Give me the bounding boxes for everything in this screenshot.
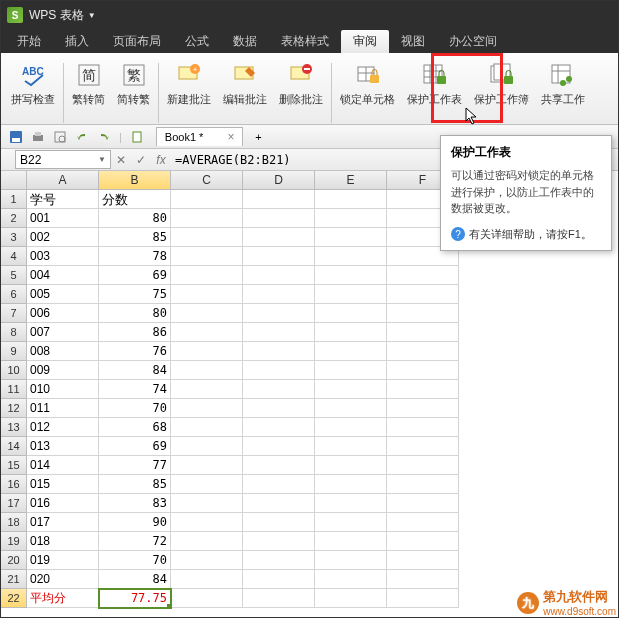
cell[interactable] xyxy=(315,190,387,209)
row-header[interactable]: 4 xyxy=(1,247,27,266)
cell[interactable] xyxy=(315,323,387,342)
cell[interactable]: 006 xyxy=(27,304,99,323)
cell[interactable]: 78 xyxy=(99,247,171,266)
cell[interactable] xyxy=(315,266,387,285)
cell[interactable] xyxy=(243,418,315,437)
print-icon[interactable] xyxy=(29,128,47,146)
cell[interactable] xyxy=(387,513,459,532)
cell[interactable] xyxy=(243,437,315,456)
cell[interactable] xyxy=(243,570,315,589)
accept-icon[interactable]: ✓ xyxy=(131,153,151,167)
cell[interactable] xyxy=(387,589,459,608)
cell[interactable] xyxy=(243,285,315,304)
cell[interactable] xyxy=(387,285,459,304)
cell[interactable]: 69 xyxy=(99,437,171,456)
cell[interactable] xyxy=(387,323,459,342)
cell[interactable] xyxy=(243,323,315,342)
cell[interactable]: 84 xyxy=(99,361,171,380)
cell[interactable]: 76 xyxy=(99,342,171,361)
cell[interactable] xyxy=(171,494,243,513)
menu-item-2[interactable]: 页面布局 xyxy=(101,30,173,53)
cell[interactable] xyxy=(387,266,459,285)
document-tab[interactable]: Book1 * × xyxy=(156,127,244,146)
row-header[interactable]: 17 xyxy=(1,494,27,513)
redo-icon[interactable] xyxy=(95,128,113,146)
row-header[interactable]: 12 xyxy=(1,399,27,418)
menu-item-8[interactable]: 办公空间 xyxy=(437,30,509,53)
menu-item-1[interactable]: 插入 xyxy=(53,30,101,53)
cell[interactable] xyxy=(243,304,315,323)
column-header[interactable]: B xyxy=(99,171,171,190)
menu-item-3[interactable]: 公式 xyxy=(173,30,221,53)
cell[interactable]: 002 xyxy=(27,228,99,247)
cell[interactable] xyxy=(171,437,243,456)
name-box[interactable]: B22 ▼ xyxy=(15,150,111,169)
cell[interactable] xyxy=(387,418,459,437)
cell[interactable] xyxy=(387,475,459,494)
row-header[interactable]: 9 xyxy=(1,342,27,361)
row-header[interactable]: 2 xyxy=(1,209,27,228)
cell[interactable] xyxy=(171,190,243,209)
cell[interactable]: 77 xyxy=(99,456,171,475)
cell[interactable]: 014 xyxy=(27,456,99,475)
cell[interactable] xyxy=(387,570,459,589)
cell[interactable] xyxy=(387,399,459,418)
cell[interactable]: 010 xyxy=(27,380,99,399)
cell[interactable] xyxy=(243,209,315,228)
row-header[interactable]: 14 xyxy=(1,437,27,456)
cell[interactable]: 70 xyxy=(99,399,171,418)
ribbon-edit-comment-button[interactable]: 编辑批注 xyxy=(217,57,273,109)
cell[interactable] xyxy=(387,532,459,551)
cell[interactable]: 68 xyxy=(99,418,171,437)
cell[interactable]: 012 xyxy=(27,418,99,437)
fx-icon[interactable]: fx xyxy=(151,153,171,167)
cell[interactable] xyxy=(171,209,243,228)
cell[interactable] xyxy=(315,456,387,475)
cell[interactable]: 86 xyxy=(99,323,171,342)
cell[interactable] xyxy=(171,266,243,285)
cell[interactable] xyxy=(243,266,315,285)
row-header[interactable]: 15 xyxy=(1,456,27,475)
row-header[interactable]: 7 xyxy=(1,304,27,323)
cell[interactable]: 学号 xyxy=(27,190,99,209)
cell[interactable] xyxy=(315,209,387,228)
menu-item-4[interactable]: 数据 xyxy=(221,30,269,53)
cell[interactable]: 90 xyxy=(99,513,171,532)
cell[interactable]: 011 xyxy=(27,399,99,418)
save-icon[interactable] xyxy=(7,128,25,146)
cell[interactable] xyxy=(171,228,243,247)
cell[interactable] xyxy=(243,399,315,418)
cell[interactable]: 016 xyxy=(27,494,99,513)
cell[interactable] xyxy=(315,361,387,380)
cell[interactable]: 007 xyxy=(27,323,99,342)
cell[interactable] xyxy=(315,304,387,323)
cell[interactable] xyxy=(315,380,387,399)
cell[interactable] xyxy=(315,475,387,494)
cell[interactable] xyxy=(387,342,459,361)
cell[interactable] xyxy=(315,399,387,418)
cell[interactable]: 77.75 xyxy=(99,589,171,608)
app-menu-dropdown-icon[interactable]: ▼ xyxy=(88,11,96,20)
cell[interactable] xyxy=(387,494,459,513)
menu-item-6[interactable]: 审阅 xyxy=(341,30,389,53)
cell[interactable]: 005 xyxy=(27,285,99,304)
menu-item-7[interactable]: 视图 xyxy=(389,30,437,53)
select-all-corner[interactable] xyxy=(1,171,27,190)
cell[interactable] xyxy=(243,342,315,361)
cell[interactable]: 69 xyxy=(99,266,171,285)
column-header[interactable]: E xyxy=(315,171,387,190)
cell[interactable]: 80 xyxy=(99,304,171,323)
cell[interactable] xyxy=(171,304,243,323)
cell[interactable] xyxy=(315,570,387,589)
cell[interactable]: 75 xyxy=(99,285,171,304)
cell[interactable]: 013 xyxy=(27,437,99,456)
cell[interactable] xyxy=(243,228,315,247)
row-header[interactable]: 10 xyxy=(1,361,27,380)
cell[interactable] xyxy=(315,532,387,551)
cell[interactable] xyxy=(171,342,243,361)
cell[interactable] xyxy=(315,342,387,361)
cell[interactable] xyxy=(171,456,243,475)
ribbon-new-comment-button[interactable]: +新建批注 xyxy=(161,57,217,109)
cell[interactable] xyxy=(171,247,243,266)
cell[interactable] xyxy=(171,361,243,380)
